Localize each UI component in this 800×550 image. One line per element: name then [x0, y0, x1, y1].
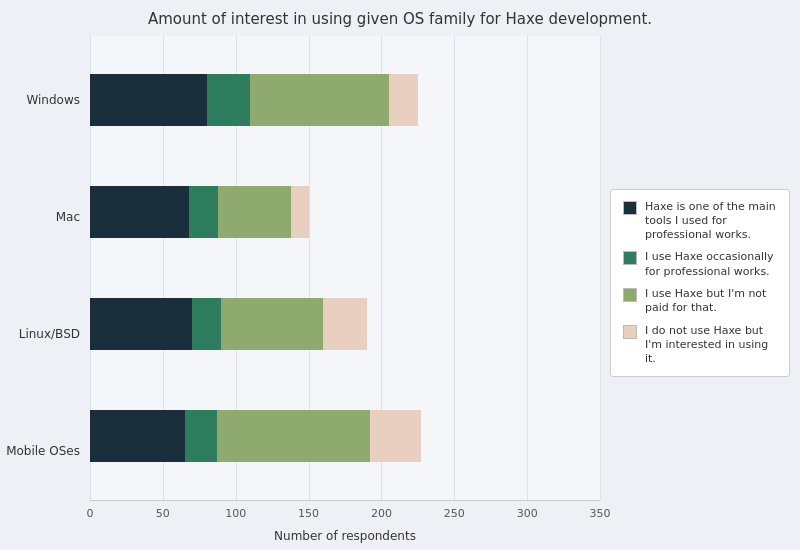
y-axis-label: Mac — [56, 210, 80, 224]
x-tick: 100 — [225, 507, 246, 520]
chart-container: Amount of interest in using given OS fam… — [0, 0, 800, 550]
bar-row — [90, 74, 600, 126]
x-tick: 50 — [156, 507, 170, 520]
bar-segment — [185, 410, 217, 462]
x-tick: 150 — [298, 507, 319, 520]
legend-item: I use Haxe but I'm not paid for that. — [623, 287, 777, 316]
x-axis-label: Number of respondents — [90, 529, 600, 543]
legend-color-box — [623, 325, 637, 339]
bar-row — [90, 186, 600, 238]
bar-segment — [389, 74, 418, 126]
bar-segment — [291, 186, 308, 238]
legend-color-box — [623, 201, 637, 215]
bar-segment — [90, 74, 207, 126]
bar-segment — [218, 186, 291, 238]
bar-segment — [90, 410, 185, 462]
bar-segment — [90, 298, 192, 350]
x-tick: 250 — [444, 507, 465, 520]
bar-segment — [192, 298, 221, 350]
bars-container — [90, 36, 600, 500]
bar-segment — [217, 410, 370, 462]
x-tick: 0 — [87, 507, 94, 520]
legend-text: I use Haxe occasionally for professional… — [645, 250, 777, 279]
legend-color-box — [623, 288, 637, 302]
x-tick: 350 — [590, 507, 611, 520]
bar-segment — [189, 186, 218, 238]
y-axis-label: Windows — [26, 93, 80, 107]
legend-item: I use Haxe occasionally for professional… — [623, 250, 777, 279]
x-tick: 200 — [371, 507, 392, 520]
bar-segment — [250, 74, 388, 126]
y-axis-label: Linux/BSD — [19, 327, 80, 341]
legend-area: Haxe is one of the main tools I used for… — [600, 36, 800, 550]
x-axis-line — [90, 500, 600, 501]
chart-plot-area: 050100150200250300350 Number of responde… — [90, 36, 600, 550]
chart-title: Amount of interest in using given OS fam… — [148, 10, 652, 28]
bar-segment — [207, 74, 251, 126]
bar-segment — [221, 298, 323, 350]
x-ticks: 050100150200250300350 — [90, 505, 600, 525]
bar-row — [90, 410, 600, 462]
bar-row — [90, 298, 600, 350]
x-tick: 300 — [517, 507, 538, 520]
x-axis: 050100150200250300350 Number of responde… — [90, 500, 600, 550]
legend-text: I do not use Haxe but I'm interested in … — [645, 324, 777, 367]
legend-text: Haxe is one of the main tools I used for… — [645, 200, 777, 243]
bar-segment — [323, 298, 367, 350]
legend-text: I use Haxe but I'm not paid for that. — [645, 287, 777, 316]
legend-box: Haxe is one of the main tools I used for… — [610, 189, 790, 378]
legend-item: Haxe is one of the main tools I used for… — [623, 200, 777, 243]
bar-segment — [370, 410, 421, 462]
chart-body: WindowsMacLinux/BSDMobile OSes 050100150… — [0, 36, 800, 550]
bar-segment — [90, 186, 189, 238]
legend-color-box — [623, 251, 637, 265]
y-axis-labels: WindowsMacLinux/BSDMobile OSes — [0, 36, 90, 550]
y-axis-label: Mobile OSes — [6, 444, 80, 458]
legend-item: I do not use Haxe but I'm interested in … — [623, 324, 777, 367]
plot-inner — [90, 36, 600, 500]
